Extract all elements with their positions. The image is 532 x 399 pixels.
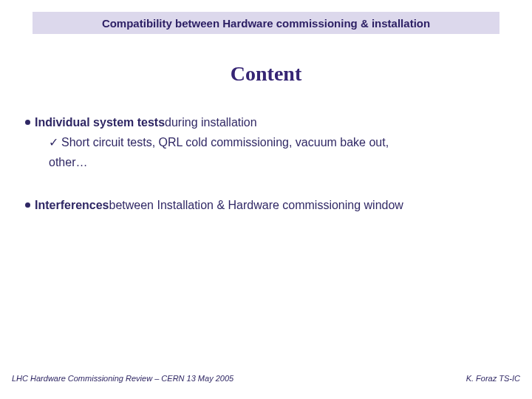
bullet-1: Individual system tests during installat… [25, 112, 507, 132]
bullet-2-rest: between Installation & Hardware commissi… [109, 195, 403, 215]
bullet-icon [25, 202, 30, 208]
bullet-1-bold: Individual system tests [35, 112, 165, 132]
page-title: Compatibility between Hardware commissio… [102, 17, 430, 30]
bullet-2-bold: Interferences [35, 195, 109, 215]
footer-right: K. Foraz TS-IC [466, 374, 520, 383]
bullet-1-rest: during installation [165, 112, 257, 132]
section-heading: Content [0, 62, 532, 86]
sub-bullet-1-cont: other… [49, 152, 507, 172]
title-band: Compatibility between Hardware commissio… [33, 12, 499, 34]
sub-bullet-1: ✓ Short circuit tests, QRL cold commissi… [49, 132, 507, 152]
bullet-2: Interferences between Installation & Har… [25, 195, 507, 215]
footer-left: LHC Hardware Commissioning Review – CERN… [12, 374, 233, 383]
sub-bullet-1-text: Short circuit tests, QRL cold commission… [61, 132, 389, 152]
slide: Compatibility between Hardware commissio… [0, 0, 532, 399]
bullet-icon [25, 120, 30, 125]
check-icon: ✓ [49, 132, 58, 152]
body-content: Individual system tests during installat… [25, 112, 507, 215]
